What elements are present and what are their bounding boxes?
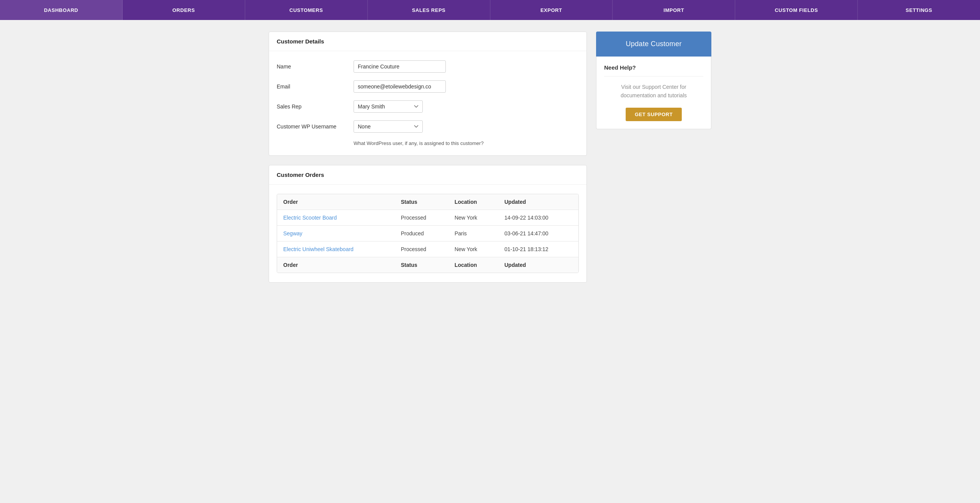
order-link-1[interactable]: Electric Scooter Board xyxy=(283,215,337,221)
orders-header-row: Order Status Location Updated xyxy=(277,194,578,210)
nav-item-export[interactable]: EXPORT xyxy=(490,0,613,20)
nav-item-sales-reps[interactable]: SALES REPS xyxy=(368,0,490,20)
name-label: Name xyxy=(277,63,354,70)
col-location: Location xyxy=(448,194,498,210)
orders-table: Order Status Location Updated Electric S… xyxy=(277,194,578,273)
customer-details-title: Customer Details xyxy=(269,32,586,51)
wp-username-row: Customer WP Username None xyxy=(277,120,579,133)
help-card: Need Help? Visit our Support Center for … xyxy=(596,57,711,129)
name-input[interactable] xyxy=(354,60,446,73)
nav-item-settings[interactable]: SETTINGS xyxy=(858,0,980,20)
sales-rep-label: Sales Rep xyxy=(277,103,354,110)
nav-item-custom-fields[interactable]: CUSTOM FIELDS xyxy=(735,0,858,20)
col-status: Status xyxy=(395,194,448,210)
get-support-button[interactable]: GET SUPPORT xyxy=(626,108,682,121)
side-column: Update Customer Need Help? Visit our Sup… xyxy=(596,32,711,283)
customer-details-body: Name Email Sales Rep Mary Smith None xyxy=(269,51,586,155)
customer-orders-card: Customer Orders Order Status Location Up… xyxy=(269,165,587,283)
nav-item-dashboard[interactable]: DASHBOARD xyxy=(0,0,123,20)
wp-username-hint: What WordPress user, if any, is assigned… xyxy=(354,140,579,146)
email-row: Email xyxy=(277,80,579,93)
order-status-cell-3: Processed xyxy=(395,242,448,257)
email-label: Email xyxy=(277,83,354,90)
order-location-cell-3: New York xyxy=(448,242,498,257)
orders-table-body: Electric Scooter Board Processed New Yor… xyxy=(277,210,578,273)
sales-rep-select[interactable]: Mary Smith None xyxy=(354,100,423,113)
table-row: Electric Scooter Board Processed New Yor… xyxy=(277,210,578,226)
nav-item-import[interactable]: IMPORT xyxy=(613,0,735,20)
order-name-cell-2: Segway xyxy=(277,226,395,242)
name-row: Name xyxy=(277,60,579,73)
main-nav: DASHBOARD ORDERS CUSTOMERS SALES REPS EX… xyxy=(0,0,980,20)
order-updated-cell-2: 03-06-21 14:47:00 xyxy=(498,226,578,242)
footer-col-updated: Updated xyxy=(498,257,578,273)
nav-item-customers[interactable]: CUSTOMERS xyxy=(245,0,368,20)
footer-col-order: Order xyxy=(277,257,395,273)
main-column: Customer Details Name Email Sales Rep Ma… xyxy=(269,32,587,283)
footer-col-location: Location xyxy=(448,257,498,273)
orders-footer-row: Order Status Location Updated xyxy=(277,257,578,273)
order-name-cell-3: Electric Uniwheel Skateboard xyxy=(277,242,395,257)
help-text: Visit our Support Center for documentati… xyxy=(604,83,703,100)
wp-username-select[interactable]: None xyxy=(354,120,423,133)
order-status-cell-2: Produced xyxy=(395,226,448,242)
help-title: Need Help? xyxy=(604,64,703,77)
footer-col-status: Status xyxy=(395,257,448,273)
update-customer-button[interactable]: Update Customer xyxy=(596,32,711,57)
orders-table-wrapper: Order Status Location Updated Electric S… xyxy=(277,194,579,273)
wp-username-group: Customer WP Username None What WordPress… xyxy=(277,120,579,146)
order-updated-cell-1: 14-09-22 14:03:00 xyxy=(498,210,578,226)
table-row: Electric Uniwheel Skateboard Processed N… xyxy=(277,242,578,257)
order-name-cell: Electric Scooter Board xyxy=(277,210,395,226)
table-row: Segway Produced Paris 03-06-21 14:47:00 xyxy=(277,226,578,242)
email-input[interactable] xyxy=(354,80,446,93)
orders-table-head: Order Status Location Updated xyxy=(277,194,578,210)
wp-username-label: Customer WP Username xyxy=(277,123,354,130)
customer-details-card: Customer Details Name Email Sales Rep Ma… xyxy=(269,32,587,156)
col-updated: Updated xyxy=(498,194,578,210)
order-updated-cell-3: 01-10-21 18:13:12 xyxy=(498,242,578,257)
customer-orders-body: Order Status Location Updated Electric S… xyxy=(269,185,586,282)
sales-rep-row: Sales Rep Mary Smith None xyxy=(277,100,579,113)
order-location-cell-2: Paris xyxy=(448,226,498,242)
order-location-cell-1: New York xyxy=(448,210,498,226)
order-status-cell-1: Processed xyxy=(395,210,448,226)
order-link-3[interactable]: Electric Uniwheel Skateboard xyxy=(283,246,354,252)
nav-item-orders[interactable]: ORDERS xyxy=(123,0,245,20)
customer-orders-title: Customer Orders xyxy=(269,165,586,185)
col-order: Order xyxy=(277,194,395,210)
order-link-2[interactable]: Segway xyxy=(283,230,302,237)
